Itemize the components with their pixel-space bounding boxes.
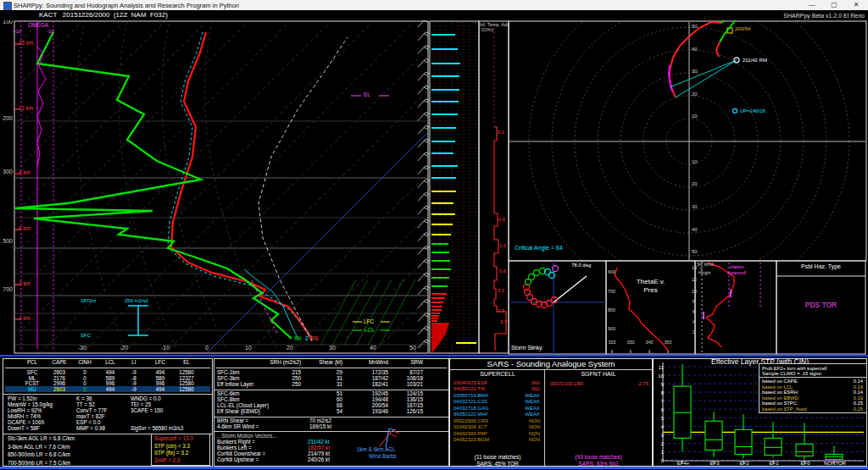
sars-match-cat: SIG (511, 380, 540, 386)
stp-ytick: 9 (655, 382, 664, 388)
effective-inflow-marker (128, 306, 148, 335)
srwind-ytick: 10 (692, 289, 697, 294)
app-icon (3, 2, 12, 10)
sars-match[interactable]: 04032721.C33 (453, 399, 487, 405)
kinematics-panel[interactable]: SRH (m2/s2) Shear (kt) MnWind SRW SFC-1k… (214, 358, 449, 467)
temp-axis-tick: 30 (324, 345, 341, 351)
thetae-ytick: 700 (608, 289, 615, 294)
sars-match[interactable]: 01042304.JCT (453, 424, 487, 430)
divider (214, 431, 448, 432)
minimize-button[interactable]: — (804, 1, 821, 9)
stp-ytick: 3 (655, 433, 664, 439)
srwind-ytick: 6 (693, 309, 695, 314)
stp-category: EF2 (727, 461, 761, 467)
sars-match-cat: NON (511, 418, 540, 424)
surface-wetbulb: 2 (305, 335, 309, 342)
lfc-label: LFC (364, 318, 374, 324)
parcel-table-panel[interactable]: PCL CAPE CINH LCL LI LFC EL SFC 2603 0 4… (3, 358, 213, 467)
surface-temp: 76 (311, 335, 318, 342)
temp-axis-tick: 40 (364, 345, 381, 351)
divider (216, 368, 447, 368)
separator-line (0, 355, 868, 357)
col-header: SRH (m2/s2) (248, 360, 301, 366)
sr-wind-label: 4-6km SR Wind = (217, 424, 259, 430)
sars-match[interactable]: 00022606.CRS (453, 418, 488, 424)
pressure-label: 500 (1, 238, 13, 245)
temp-axis-tick: 0 (198, 345, 215, 351)
stp-probability-legend: Prob EF2+ torn with supercell Sample CLI… (759, 363, 867, 413)
sars-match[interactable]: 03050719.BMX (453, 393, 488, 399)
col-header: MnWind (343, 360, 388, 366)
maximize-button[interactable]: ▢ (826, 1, 843, 9)
corfidi-upshear-marker-label: UP=240/26 (740, 108, 765, 114)
kinem-row-label: Eff Inflow Layer (217, 382, 253, 388)
divider (450, 369, 652, 370)
thetae-title2: Pres (606, 287, 695, 295)
height-label: 1 km (19, 316, 31, 322)
sars-match[interactable]: 54050121.TIK (453, 386, 486, 392)
sars-match[interactable]: 99050122.MAF (453, 412, 488, 417)
version-label: SHARPpy Beta v1.2.0 El Reno (729, 13, 865, 19)
height-label: 3 km (19, 281, 31, 287)
kinem-cell: 103/21 (384, 382, 423, 388)
hazard-value: PDS TOR (776, 301, 865, 309)
hazard-title: Psbl Haz. Type (776, 263, 865, 270)
hail-header: SGFNT HAIL (547, 371, 650, 378)
wind-barb-icons (374, 425, 403, 449)
sars-match[interactable]: 04042300.P#P (453, 431, 487, 437)
temp-axis-tick: -10 (157, 345, 174, 351)
stp-distribution-panel[interactable]: Effective Layer STP (with CIN) 11 10 9 8… (653, 358, 867, 467)
barb-note: 1km & 6km AGL (357, 447, 396, 453)
ring-label: 10 (692, 113, 698, 119)
pressure-label: 700 (1, 286, 13, 293)
sars-match[interactable]: 03040623.ESF (453, 380, 487, 386)
thetae-ticks (612, 350, 668, 353)
sars-match[interactable]: 04032718.GAG (453, 406, 489, 412)
stp-ytick: 0 (655, 458, 664, 464)
advection-value: 1.0 (499, 243, 506, 248)
sars-hail-size: 2.75 (623, 381, 648, 387)
window-title: SHARPpy: Sounding and Hodograph Analysis… (14, 2, 239, 9)
sars-hail-match[interactable]: 00072100.LBF (550, 381, 583, 387)
legend-value: 0.14 (841, 390, 863, 395)
supercell-match-count: (11 loose matches) (452, 454, 543, 460)
thermo-stat: 3CAPE = 150 (131, 408, 163, 414)
ring-label: 20 (692, 91, 698, 97)
thermo-stat: SigSvr = 56580 m3/s3 (131, 426, 183, 432)
parcel-row-cell: 12580 (170, 387, 203, 393)
legend-item: based on EBWD: (762, 395, 799, 401)
critical-angle-label: Critical Angle = 64 (515, 245, 563, 252)
height-label: 6 km (19, 226, 31, 232)
close-button[interactable]: ✕ (848, 1, 865, 9)
ring-label: 20 (692, 181, 698, 187)
stp-ytick: 2 (655, 441, 664, 447)
sars-title: SARS - Sounding Analogue System (450, 360, 652, 368)
divider (544, 369, 545, 466)
sars-match-cat: SIG (511, 386, 540, 392)
sars-match[interactable]: 04052323.BGM (453, 437, 489, 443)
srwind-ytick: 4 (693, 319, 695, 324)
inflow-srh-label: 250 m2/s2 (125, 298, 148, 304)
legend-item: based on LCL: (762, 384, 794, 390)
stp-ytick: 4 (655, 424, 664, 430)
advection-value: 0.3 (498, 288, 504, 293)
el-label: EL (364, 91, 370, 97)
stp-ytick: 8 (655, 390, 664, 396)
stp-category: EF4+ (666, 461, 700, 467)
thetae-title: ThetaE v. (606, 279, 695, 286)
sars-panel[interactable]: SARS - Sounding Analogue System SUPERCEL… (449, 358, 653, 467)
legend-item: based on CAPE: (762, 379, 798, 384)
srwind-title: SR Wind (697, 263, 714, 268)
stp-ytick: 11 (655, 365, 664, 371)
col-header: SRW (384, 360, 423, 366)
advection-value: 3.7 (500, 319, 507, 324)
kinem-cell: 250 (261, 382, 301, 388)
motion-label: Corfidi Upshear = (217, 457, 259, 463)
temp-axis-tick: 20 (281, 345, 298, 351)
height-label: 15 km (19, 41, 33, 47)
thetae-xtick: 340 (641, 340, 658, 345)
col-header: Shear (kt) (303, 360, 342, 366)
stp-ytick: 1 (655, 450, 664, 456)
sars-match-cat: WEAK (511, 399, 540, 405)
legend-value: 0.14 (841, 379, 863, 384)
